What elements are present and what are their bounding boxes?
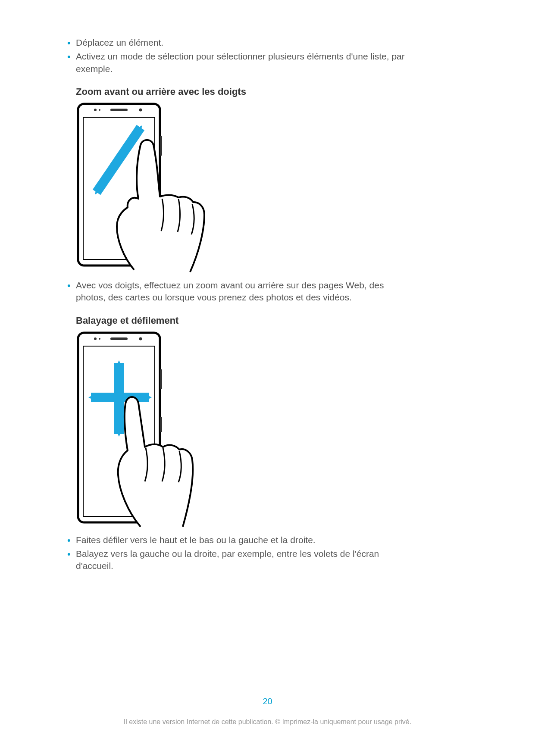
svg-rect-1 [110, 109, 128, 111]
svg-rect-9 [110, 337, 128, 340]
svg-point-4 [139, 109, 142, 112]
svg-rect-15 [160, 417, 162, 432]
page-container: Déplacez un élément. Activez un mode de … [0, 0, 535, 756]
svg-point-10 [94, 337, 97, 340]
list-item: Balayez vers la gauche ou la droite, par… [65, 548, 410, 572]
list-item: Activez un mode de sélection pour sélect… [65, 50, 410, 75]
swipe-bullet-list: Faites défiler vers le haut et le bas ou… [65, 534, 410, 572]
list-item: Déplacez un élément. [65, 37, 410, 49]
svg-rect-14 [160, 369, 162, 389]
section-heading-zoom: Zoom avant ou arrière avec les doigts [76, 86, 410, 97]
page-number: 20 [0, 697, 535, 706]
svg-rect-6 [160, 136, 162, 156]
svg-point-2 [94, 109, 97, 111]
svg-point-11 [99, 338, 100, 340]
zoom-bullet-list: Avec vos doigts, effectuez un zoom avant… [65, 279, 410, 304]
svg-point-12 [139, 337, 142, 340]
svg-point-3 [99, 109, 100, 111]
main-content: Déplacez un élément. Activez un mode de … [65, 37, 410, 582]
list-item: Avec vos doigts, effectuez un zoom avant… [65, 279, 410, 304]
pinch-zoom-illustration [76, 102, 410, 276]
top-bullet-list: Déplacez un élément. Activez un mode de … [65, 37, 410, 75]
swipe-scroll-illustration [76, 331, 410, 531]
section-heading-swipe: Balayage et défilement [76, 315, 410, 326]
footer-text: Il existe une version Internet de cette … [0, 718, 535, 726]
list-item: Faites défiler vers le haut et le bas ou… [65, 534, 410, 546]
